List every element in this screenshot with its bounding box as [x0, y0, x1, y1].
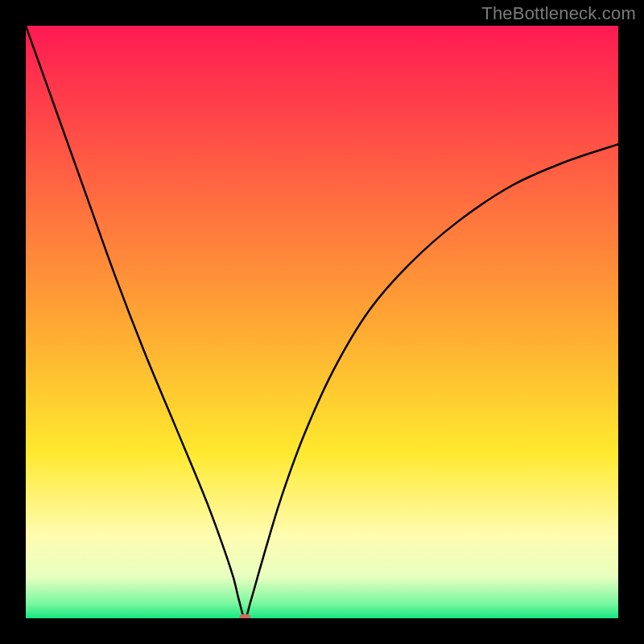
chart-svg [26, 26, 618, 618]
optimal-point-marker [239, 614, 250, 618]
chart-frame: TheBottleneck.com [0, 0, 644, 644]
chart-plot-area [26, 26, 618, 618]
watermark-text: TheBottleneck.com [481, 3, 636, 24]
gradient-background [26, 26, 618, 618]
